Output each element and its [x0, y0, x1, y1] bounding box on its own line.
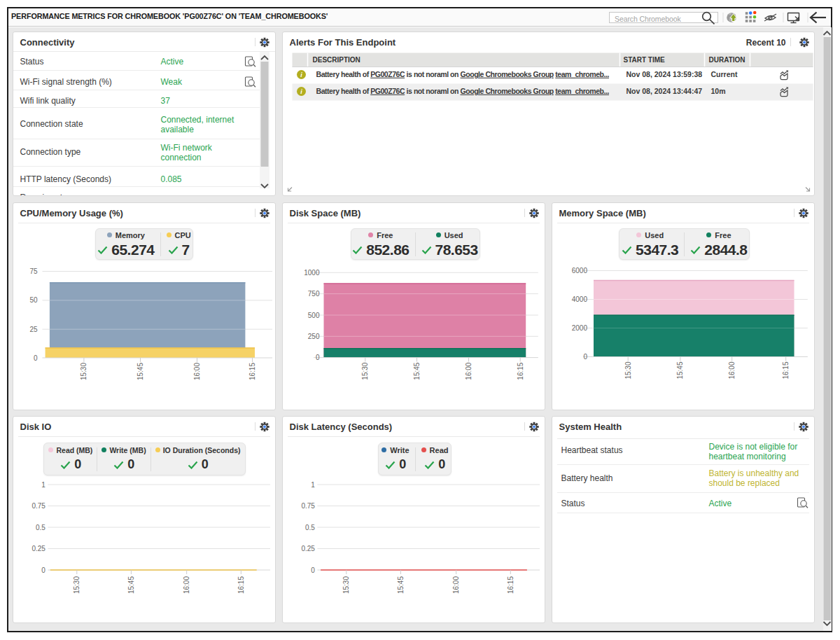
svg-text:16:00: 16:00	[183, 576, 190, 594]
svg-text:500: 500	[307, 311, 319, 319]
svg-text:0.75: 0.75	[31, 502, 46, 510]
svg-text:0: 0	[41, 566, 46, 574]
svg-text:0: 0	[315, 354, 319, 361]
svg-text:15:30: 15:30	[624, 361, 631, 379]
svg-text:1: 1	[311, 481, 315, 489]
svg-text:4000: 4000	[571, 295, 587, 303]
svg-text:2000: 2000	[571, 324, 587, 332]
svg-text:10m: 10m	[710, 86, 725, 95]
svg-text:15:45: 15:45	[396, 576, 404, 594]
svg-text:Battery health of PG00Z76C is: Battery health of PG00Z76C is not noraml…	[316, 86, 609, 95]
svg-text:16:00: 16:00	[452, 576, 460, 594]
svg-text:16:15: 16:15	[516, 362, 524, 380]
svg-text:Nov 08, 2024 13:59:38: Nov 08, 2024 13:59:38	[626, 69, 702, 78]
svg-text:0.5: 0.5	[304, 524, 314, 531]
svg-text:0: 0	[583, 353, 587, 361]
svg-text:16:00: 16:00	[728, 361, 736, 379]
svg-text:0.5: 0.5	[35, 524, 45, 531]
svg-text:DURATION: DURATION	[708, 56, 745, 64]
svg-text:15:30: 15:30	[80, 362, 88, 380]
svg-text:0.25: 0.25	[31, 545, 46, 552]
svg-text:16:15: 16:15	[248, 362, 256, 380]
svg-text:0.75: 0.75	[301, 502, 315, 510]
svg-text:50: 50	[29, 296, 38, 304]
svg-text:15:45: 15:45	[676, 361, 684, 379]
svg-text:Nov 08, 2024 13:44:47: Nov 08, 2024 13:44:47	[626, 86, 702, 95]
svg-text:15:45: 15:45	[413, 362, 421, 380]
svg-text:15:45: 15:45	[136, 362, 144, 380]
svg-text:Battery health of PG00Z76C is: Battery health of PG00Z76C is not noraml…	[316, 69, 609, 78]
svg-text:1: 1	[41, 481, 46, 489]
svg-text:DESCRIPTION: DESCRIPTION	[312, 56, 360, 64]
svg-text:16:00: 16:00	[465, 362, 472, 380]
svg-text:16:15: 16:15	[782, 361, 790, 379]
svg-text:6000: 6000	[571, 267, 587, 274]
svg-text:1000: 1000	[304, 268, 320, 276]
svg-text:75: 75	[29, 267, 38, 275]
svg-text:16:15: 16:15	[506, 576, 514, 594]
svg-text:Current: Current	[710, 69, 737, 78]
svg-text:25: 25	[29, 325, 38, 333]
svg-text:16:15: 16:15	[237, 576, 244, 594]
svg-text:15:45: 15:45	[127, 576, 134, 594]
svg-text:0: 0	[311, 566, 315, 574]
svg-text:15:30: 15:30	[73, 576, 80, 594]
svg-text:15:30: 15:30	[342, 576, 350, 594]
svg-text:0.25: 0.25	[301, 545, 315, 552]
svg-text:750: 750	[307, 290, 319, 298]
svg-text:250: 250	[307, 332, 319, 340]
svg-text:0: 0	[33, 354, 37, 361]
svg-text:15:30: 15:30	[361, 362, 369, 380]
svg-text:START TIME: START TIME	[623, 56, 665, 64]
svg-text:16:00: 16:00	[193, 362, 201, 380]
